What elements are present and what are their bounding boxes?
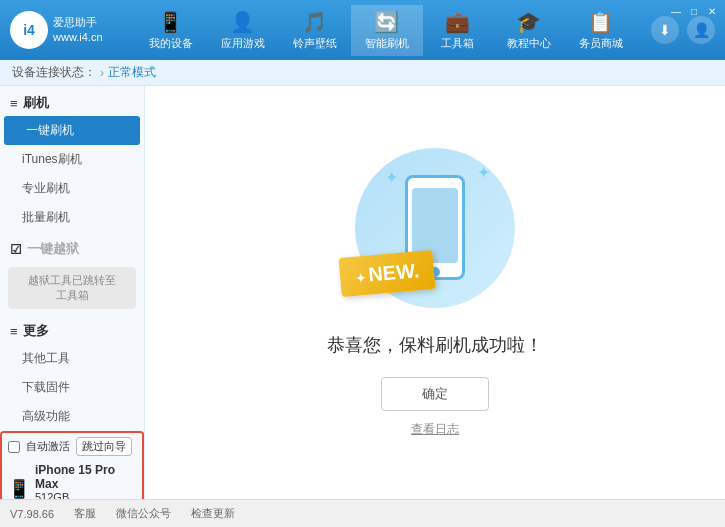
nav-toolbox[interactable]: 💼 工具箱: [423, 5, 493, 56]
jailbreak-section-icon: ☑: [10, 242, 22, 257]
device-info: 📱 iPhone 15 Pro Max 512GB iPhone: [8, 460, 136, 499]
device-phone-icon: 📱: [8, 478, 30, 499]
breadcrumb-label: 设备连接状态：: [12, 64, 96, 81]
nav-toolbox-label: 工具箱: [441, 36, 474, 51]
new-badge: NEW.: [338, 249, 436, 296]
logo-text: i4: [23, 22, 35, 38]
service-icon: 📋: [588, 10, 613, 34]
success-illustration: ✦ ✦ NEW.: [355, 148, 515, 313]
device-name: iPhone 15 Pro Max: [35, 463, 136, 491]
toolbox-icon: 💼: [445, 10, 470, 34]
nav-ringtones[interactable]: 🎵 铃声壁纸: [279, 5, 351, 56]
download-button[interactable]: ⬇: [651, 16, 679, 44]
close-button[interactable]: ✕: [705, 4, 719, 18]
sidebar-section-more: ≡ 更多: [0, 314, 144, 344]
logo: i4 爱思助手 www.i4.cn: [10, 11, 120, 49]
sidebar-item-one-key-flash[interactable]: 一键刷机: [4, 116, 140, 145]
logo-circle: i4: [10, 11, 48, 49]
device-details: iPhone 15 Pro Max 512GB iPhone: [35, 463, 136, 499]
sidebar: ≡ 刷机 一键刷机 iTunes刷机 专业刷机 批量刷机 ☑ 一键越狱 越狱工具…: [0, 86, 145, 499]
sidebar-item-pro-flash[interactable]: 专业刷机: [0, 174, 144, 203]
nav-my-device[interactable]: 📱 我的设备: [135, 5, 207, 56]
nav-ringtones-label: 铃声壁纸: [293, 36, 337, 51]
nav-service[interactable]: 📋 务员商城: [565, 5, 637, 56]
ringtones-icon: 🎵: [302, 10, 327, 34]
phone-illustration: ✦ ✦ NEW.: [355, 148, 515, 308]
success-message: 恭喜您，保料刷机成功啦！: [327, 333, 543, 357]
apps-games-icon: 👤: [230, 10, 255, 34]
device-area: 自动激活 跳过向导 📱 iPhone 15 Pro Max 512GB iPho…: [0, 431, 144, 499]
header-right: ⬇ 👤: [651, 16, 715, 44]
flash-section-icon: ≡: [10, 96, 18, 111]
confirm-button[interactable]: 确定: [381, 377, 489, 411]
main-layout: ≡ 刷机 一键刷机 iTunes刷机 专业刷机 批量刷机 ☑ 一键越狱 越狱工具…: [0, 86, 725, 499]
breadcrumb: 设备连接状态： › 正常模式: [0, 60, 725, 86]
logo-subtext: 爱思助手 www.i4.cn: [53, 15, 103, 46]
sidebar-item-advanced[interactable]: 高级功能: [0, 402, 144, 431]
sidebar-item-batch-flash[interactable]: 批量刷机: [0, 203, 144, 232]
main-nav: 📱 我的设备 👤 应用游戏 🎵 铃声壁纸 🔄 智能刷机 💼 工具箱 🎓: [120, 5, 651, 56]
nav-smart-flash-label: 智能刷机: [365, 36, 409, 51]
more-section-icon: ≡: [10, 324, 18, 339]
nav-smart-flash[interactable]: 🔄 智能刷机: [351, 5, 423, 56]
tutorials-icon: 🎓: [516, 10, 541, 34]
status-bar-version: V7.98.66: [10, 508, 54, 520]
maximize-button[interactable]: □: [687, 4, 701, 18]
smart-flash-icon: 🔄: [374, 10, 399, 34]
nav-service-label: 务员商城: [579, 36, 623, 51]
sparkle-top-right: ✦: [477, 163, 490, 182]
log-link[interactable]: 查看日志: [411, 421, 459, 438]
nav-apps-games-label: 应用游戏: [221, 36, 265, 51]
window-controls: — □ ✕: [669, 4, 719, 18]
auto-activate-label: 自动激活: [26, 439, 70, 454]
sparkle-top-left: ✦: [385, 168, 398, 187]
minimize-button[interactable]: —: [669, 4, 683, 18]
new-badge-text: NEW.: [367, 259, 420, 285]
header: — □ ✕ i4 爱思助手 www.i4.cn 📱 我的设备 👤 应用游戏 🎵 …: [0, 0, 725, 60]
jailbreak-disabled-notice: 越狱工具已跳转至 工具箱: [8, 267, 136, 309]
breadcrumb-status: 正常模式: [108, 64, 156, 81]
checkbox-row: 自动激活 跳过向导: [8, 437, 136, 456]
my-device-icon: 📱: [158, 10, 183, 34]
status-bar: V7.98.66 客服 微信公众号 检查更新: [0, 499, 725, 527]
sidebar-item-download-firmware[interactable]: 下载固件: [0, 373, 144, 402]
nav-apps-games[interactable]: 👤 应用游戏: [207, 5, 279, 56]
sidebar-item-itunes-flash[interactable]: iTunes刷机: [0, 145, 144, 174]
auto-activate-checkbox[interactable]: [8, 441, 20, 453]
nav-tutorials-label: 教程中心: [507, 36, 551, 51]
nav-tutorials[interactable]: 🎓 教程中心: [493, 5, 565, 56]
sidebar-section-jailbreak: ☑ 一键越狱: [0, 232, 144, 262]
user-button[interactable]: 👤: [687, 16, 715, 44]
device-storage: 512GB: [35, 491, 136, 499]
nav-my-device-label: 我的设备: [149, 36, 193, 51]
content-area: ✦ ✦ NEW. 恭喜您，保料刷机成功啦！ 确定 查看日志: [145, 86, 725, 499]
status-bar-wechat[interactable]: 微信公众号: [116, 506, 171, 521]
skip-guide-button[interactable]: 跳过向导: [76, 437, 132, 456]
sidebar-item-other-tools[interactable]: 其他工具: [0, 344, 144, 373]
status-bar-check-update[interactable]: 检查更新: [191, 506, 235, 521]
sidebar-section-flash: ≡ 刷机: [0, 86, 144, 116]
status-bar-customer-service[interactable]: 客服: [74, 506, 96, 521]
